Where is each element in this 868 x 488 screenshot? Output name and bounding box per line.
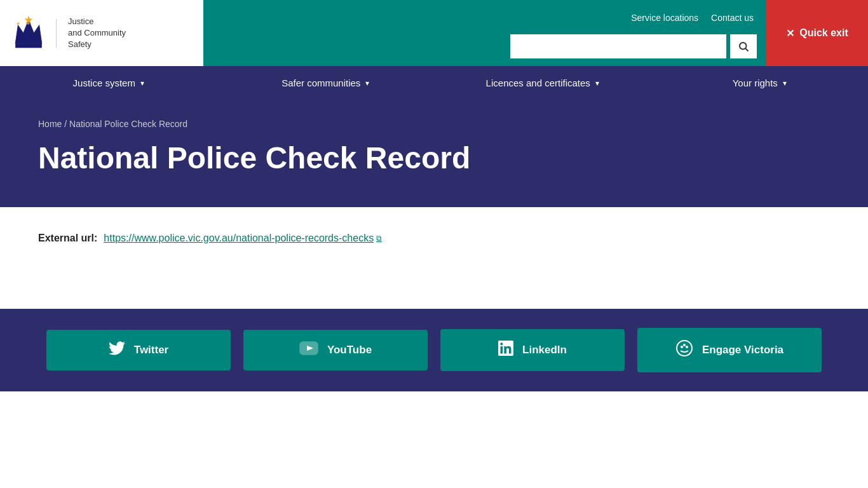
chevron-down-icon: ▾ [140, 79, 144, 88]
svg-point-10 [681, 346, 683, 348]
external-link-icon: ⧉ [376, 234, 382, 243]
svg-point-11 [683, 344, 686, 346]
svg-marker-3 [17, 22, 20, 25]
logo-divider [56, 19, 57, 48]
twitter-button[interactable]: Twitter [46, 330, 231, 370]
breadcrumb-current: National Police Check Record [69, 119, 187, 129]
quick-exit-button[interactable]: ✕ Quick exit [766, 0, 868, 66]
breadcrumb-home-link[interactable]: Home [38, 119, 62, 129]
site-header: Justice and Community Safety Service loc… [0, 0, 868, 66]
youtube-button[interactable]: YouTube [243, 330, 428, 370]
external-url-link[interactable]: https://www.police.vic.gov.au/national-p… [104, 233, 382, 244]
nav-item-your-rights[interactable]: Your rights ▾ [651, 66, 869, 100]
vic-logo[interactable]: Justice and Community Safety [13, 14, 126, 52]
svg-point-9 [677, 341, 692, 356]
chevron-down-icon: ▾ [365, 79, 369, 88]
site-footer: Twitter YouTube LinkedIn [0, 309, 868, 391]
engage-icon [675, 339, 693, 361]
twitter-icon [109, 341, 125, 359]
external-url-row: External url: https://www.police.vic.gov… [38, 233, 830, 244]
logo-area: Justice and Community Safety [0, 0, 203, 66]
svg-point-12 [686, 346, 688, 348]
breadcrumb: Home / National Police Check Record [38, 119, 830, 129]
page-title: National Police Check Record [38, 142, 830, 175]
top-nav-links: Service locations Contact us [618, 6, 766, 29]
search-input[interactable] [510, 34, 726, 58]
search-row [203, 29, 766, 66]
search-icon [738, 41, 749, 52]
linkedin-button[interactable]: LinkedIn [440, 329, 625, 371]
header-teal: Service locations Contact us [203, 0, 766, 66]
victoria-crown-icon [13, 14, 44, 52]
svg-rect-1 [15, 44, 42, 48]
nav-item-licences-certificates[interactable]: Licences and certificates ▾ [434, 66, 651, 100]
search-button[interactable] [730, 34, 757, 58]
engage-victoria-button[interactable]: Engage Victoria [637, 328, 822, 372]
chevron-down-icon: ▾ [595, 79, 599, 88]
nav-item-safer-communities[interactable]: Safer communities ▾ [217, 66, 435, 100]
nav-item-justice-system[interactable]: Justice system ▾ [0, 66, 217, 100]
linkedin-icon [498, 341, 513, 360]
main-navigation: Justice system ▾ Safer communities ▾ Lic… [0, 66, 868, 100]
contact-us-link[interactable]: Contact us [711, 13, 754, 23]
service-locations-link[interactable]: Service locations [631, 13, 698, 23]
x-icon: ✕ [786, 27, 794, 39]
external-url-label: External url: [38, 233, 97, 244]
chevron-down-icon: ▾ [783, 79, 787, 88]
svg-point-5 [740, 43, 747, 50]
hero-section: Home / National Police Check Record Nati… [0, 100, 868, 207]
youtube-icon [299, 341, 318, 359]
content-area: External url: https://www.police.vic.gov… [0, 207, 868, 309]
svg-line-6 [745, 48, 748, 51]
logo-text: Justice and Community Safety [68, 16, 126, 51]
